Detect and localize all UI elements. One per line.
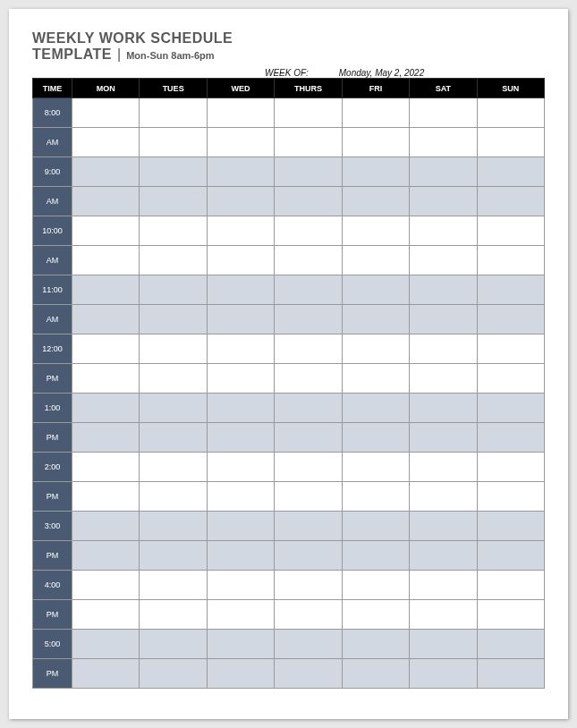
schedule-cell[interactable] bbox=[275, 216, 342, 246]
schedule-cell[interactable] bbox=[72, 334, 140, 364]
schedule-cell[interactable] bbox=[477, 659, 544, 689]
schedule-cell[interactable] bbox=[410, 305, 477, 334]
schedule-cell[interactable] bbox=[140, 453, 207, 482]
schedule-cell[interactable] bbox=[410, 659, 477, 689]
schedule-cell[interactable] bbox=[140, 630, 207, 659]
schedule-cell[interactable] bbox=[140, 275, 207, 305]
schedule-cell[interactable] bbox=[410, 482, 477, 512]
schedule-cell[interactable] bbox=[410, 128, 477, 157]
schedule-cell[interactable] bbox=[342, 305, 409, 334]
schedule-cell[interactable] bbox=[410, 364, 477, 394]
schedule-cell[interactable] bbox=[140, 98, 207, 128]
schedule-cell[interactable] bbox=[140, 600, 207, 630]
schedule-cell[interactable] bbox=[410, 423, 477, 453]
schedule-cell[interactable] bbox=[140, 187, 207, 216]
schedule-cell[interactable] bbox=[72, 512, 140, 541]
schedule-cell[interactable] bbox=[342, 334, 409, 364]
schedule-cell[interactable] bbox=[342, 630, 409, 659]
schedule-cell[interactable] bbox=[140, 305, 207, 334]
schedule-cell[interactable] bbox=[207, 630, 274, 659]
schedule-cell[interactable] bbox=[410, 394, 477, 423]
schedule-cell[interactable] bbox=[207, 275, 274, 305]
schedule-cell[interactable] bbox=[410, 187, 477, 216]
schedule-cell[interactable] bbox=[410, 541, 477, 571]
schedule-cell[interactable] bbox=[342, 364, 409, 394]
schedule-cell[interactable] bbox=[140, 157, 207, 187]
schedule-cell[interactable] bbox=[477, 98, 544, 128]
schedule-cell[interactable] bbox=[342, 246, 409, 275]
schedule-cell[interactable] bbox=[72, 128, 140, 157]
schedule-cell[interactable] bbox=[207, 600, 274, 630]
schedule-cell[interactable] bbox=[477, 364, 544, 394]
schedule-cell[interactable] bbox=[477, 482, 544, 512]
schedule-cell[interactable] bbox=[477, 541, 544, 571]
schedule-cell[interactable] bbox=[140, 541, 207, 571]
schedule-cell[interactable] bbox=[207, 571, 274, 600]
schedule-cell[interactable] bbox=[275, 275, 342, 305]
schedule-cell[interactable] bbox=[275, 453, 342, 482]
schedule-cell[interactable] bbox=[140, 246, 207, 275]
schedule-cell[interactable] bbox=[275, 128, 342, 157]
schedule-cell[interactable] bbox=[477, 275, 544, 305]
schedule-cell[interactable] bbox=[72, 600, 140, 630]
schedule-cell[interactable] bbox=[207, 216, 274, 246]
schedule-cell[interactable] bbox=[342, 423, 409, 453]
schedule-cell[interactable] bbox=[342, 275, 409, 305]
schedule-cell[interactable] bbox=[477, 571, 544, 600]
schedule-cell[interactable] bbox=[410, 334, 477, 364]
schedule-cell[interactable] bbox=[410, 157, 477, 187]
schedule-cell[interactable] bbox=[477, 246, 544, 275]
schedule-cell[interactable] bbox=[207, 512, 274, 541]
schedule-cell[interactable] bbox=[477, 334, 544, 364]
schedule-cell[interactable] bbox=[477, 128, 544, 157]
schedule-cell[interactable] bbox=[275, 305, 342, 334]
schedule-cell[interactable] bbox=[140, 571, 207, 600]
schedule-cell[interactable] bbox=[342, 128, 409, 157]
schedule-cell[interactable] bbox=[410, 216, 477, 246]
schedule-cell[interactable] bbox=[207, 98, 274, 128]
schedule-cell[interactable] bbox=[140, 394, 207, 423]
schedule-cell[interactable] bbox=[477, 157, 544, 187]
schedule-cell[interactable] bbox=[72, 98, 140, 128]
schedule-cell[interactable] bbox=[207, 305, 274, 334]
schedule-cell[interactable] bbox=[410, 246, 477, 275]
schedule-cell[interactable] bbox=[275, 659, 342, 689]
schedule-cell[interactable] bbox=[410, 630, 477, 659]
schedule-cell[interactable] bbox=[410, 98, 477, 128]
schedule-cell[interactable] bbox=[72, 157, 140, 187]
schedule-cell[interactable] bbox=[342, 659, 409, 689]
schedule-cell[interactable] bbox=[477, 600, 544, 630]
schedule-cell[interactable] bbox=[342, 394, 409, 423]
schedule-cell[interactable] bbox=[477, 187, 544, 216]
schedule-cell[interactable] bbox=[477, 423, 544, 453]
schedule-cell[interactable] bbox=[275, 98, 342, 128]
schedule-cell[interactable] bbox=[72, 571, 140, 600]
schedule-cell[interactable] bbox=[275, 334, 342, 364]
schedule-cell[interactable] bbox=[207, 128, 274, 157]
schedule-cell[interactable] bbox=[72, 187, 140, 216]
schedule-cell[interactable] bbox=[477, 512, 544, 541]
schedule-cell[interactable] bbox=[275, 157, 342, 187]
schedule-cell[interactable] bbox=[72, 364, 140, 394]
schedule-cell[interactable] bbox=[72, 630, 140, 659]
schedule-cell[interactable] bbox=[72, 246, 140, 275]
schedule-cell[interactable] bbox=[140, 659, 207, 689]
schedule-cell[interactable] bbox=[477, 394, 544, 423]
schedule-cell[interactable] bbox=[275, 541, 342, 571]
schedule-cell[interactable] bbox=[477, 216, 544, 246]
schedule-cell[interactable] bbox=[410, 453, 477, 482]
schedule-cell[interactable] bbox=[207, 334, 274, 364]
schedule-cell[interactable] bbox=[275, 482, 342, 512]
schedule-cell[interactable] bbox=[342, 98, 409, 128]
schedule-cell[interactable] bbox=[477, 630, 544, 659]
schedule-cell[interactable] bbox=[342, 600, 409, 630]
schedule-cell[interactable] bbox=[275, 394, 342, 423]
schedule-cell[interactable] bbox=[140, 334, 207, 364]
schedule-cell[interactable] bbox=[140, 216, 207, 246]
schedule-cell[interactable] bbox=[207, 394, 274, 423]
schedule-cell[interactable] bbox=[140, 364, 207, 394]
schedule-cell[interactable] bbox=[72, 305, 140, 334]
schedule-cell[interactable] bbox=[275, 571, 342, 600]
schedule-cell[interactable] bbox=[207, 157, 274, 187]
schedule-cell[interactable] bbox=[140, 423, 207, 453]
